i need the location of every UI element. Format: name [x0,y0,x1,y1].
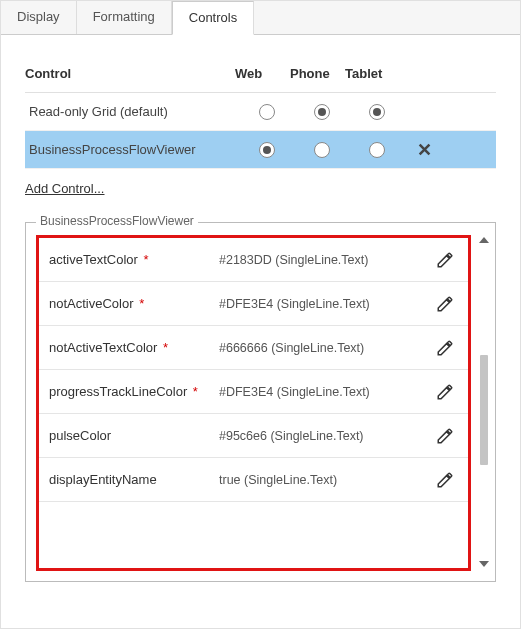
property-name: notActiveColor * [49,296,219,311]
required-mark: * [189,384,198,399]
property-name: activeTextColor * [49,252,219,267]
pencil-icon[interactable] [436,471,454,489]
scroll-down-icon[interactable] [479,561,489,567]
radio-web[interactable] [259,142,275,158]
radio-web[interactable] [259,104,275,120]
pencil-icon[interactable] [436,339,454,357]
pencil-icon[interactable] [436,295,454,313]
scroll-thumb[interactable] [480,355,488,465]
col-control: Control [25,66,235,81]
required-mark: * [159,340,168,355]
tab-bar: Display Formatting Controls [1,1,520,35]
add-control-link[interactable]: Add Control... [25,181,105,196]
col-web: Web [235,66,290,81]
pencil-icon[interactable] [436,427,454,445]
controls-table-header: Control Web Phone Tablet [25,55,496,93]
control-name: Read-only Grid (default) [29,104,239,119]
property-row: notActiveTextColor *#666666 (SingleLine.… [39,326,468,370]
control-row[interactable]: BusinessProcessFlowViewer✕ [25,131,496,169]
radio-phone[interactable] [314,142,330,158]
property-value: #2183DD (SingleLine.Text) [219,253,428,267]
remove-control-icon[interactable]: ✕ [404,139,444,161]
properties-title: BusinessProcessFlowViewer [36,214,198,228]
property-value: #95c6e6 (SingleLine.Text) [219,429,428,443]
property-row: notActiveColor *#DFE3E4 (SingleLine.Text… [39,282,468,326]
pencil-icon[interactable] [436,251,454,269]
properties-fieldset: BusinessProcessFlowViewer activeTextColo… [25,222,496,582]
properties-section: BusinessProcessFlowViewer activeTextColo… [25,222,496,582]
property-value: #DFE3E4 (SingleLine.Text) [219,297,428,311]
property-row: progressTrackLineColor *#DFE3E4 (SingleL… [39,370,468,414]
control-row[interactable]: Read-only Grid (default) [25,93,496,131]
radio-phone[interactable] [314,104,330,120]
properties-scrollbar[interactable] [477,235,491,571]
radio-tablet[interactable] [369,142,385,158]
col-phone: Phone [290,66,345,81]
pencil-icon[interactable] [436,383,454,401]
property-value: true (SingleLine.Text) [219,473,428,487]
property-name: displayEntityName [49,472,219,487]
properties-list: activeTextColor *#2183DD (SingleLine.Tex… [36,235,471,571]
property-value: #DFE3E4 (SingleLine.Text) [219,385,428,399]
property-name: pulseColor [49,428,219,443]
property-name: progressTrackLineColor * [49,384,219,399]
property-row: activeTextColor *#2183DD (SingleLine.Tex… [39,238,468,282]
required-mark: * [136,296,145,311]
property-row: displayEntityNametrue (SingleLine.Text) [39,458,468,502]
control-name: BusinessProcessFlowViewer [29,142,239,157]
property-name: notActiveTextColor * [49,340,219,355]
property-row: pulseColor#95c6e6 (SingleLine.Text) [39,414,468,458]
scroll-up-icon[interactable] [479,237,489,243]
tab-controls[interactable]: Controls [172,1,254,35]
radio-tablet[interactable] [369,104,385,120]
required-mark: * [140,252,149,267]
col-tablet: Tablet [345,66,400,81]
tab-display[interactable]: Display [1,1,77,34]
tab-content: Control Web Phone Tablet Read-only Grid … [1,35,520,592]
tab-formatting[interactable]: Formatting [77,1,172,34]
property-value: #666666 (SingleLine.Text) [219,341,428,355]
